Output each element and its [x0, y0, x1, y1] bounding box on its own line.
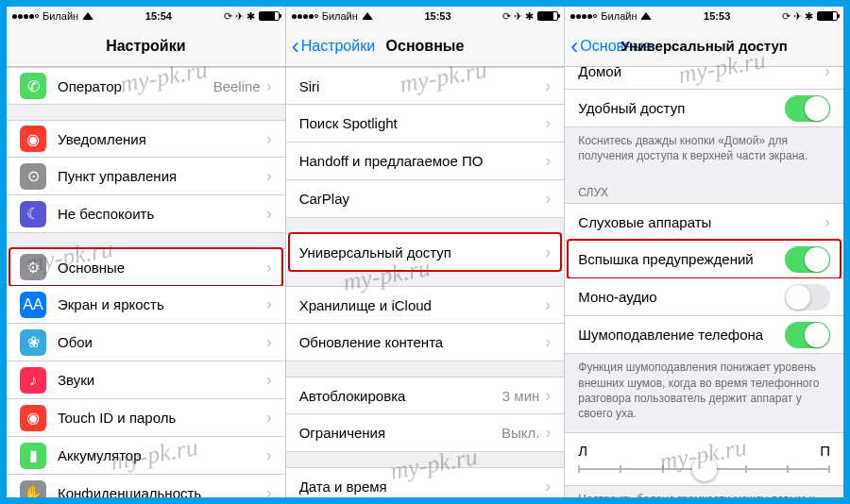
- status-time: 15:53: [373, 10, 502, 22]
- cell-detail: Выкл.: [502, 425, 539, 441]
- chevron-right-icon: ›: [545, 477, 551, 496]
- cell-detail: 3 мин: [502, 388, 540, 404]
- cell-label: Конфиденциальность: [58, 485, 261, 497]
- noise-cancel-toggle[interactable]: [785, 322, 830, 348]
- cell-label: Аккумулятор: [58, 447, 261, 463]
- status-bar: Билайн 15:53 ⟳ ✈︎ ✱: [286, 7, 565, 25]
- row-основные[interactable]: ⚙Основные›: [7, 248, 285, 286]
- chevron-right-icon: ›: [545, 243, 551, 262]
- row-конфиденциальность[interactable]: ✋Конфиденциальность›: [7, 475, 285, 497]
- chevron-right-icon: ›: [266, 258, 272, 277]
- chevron-right-icon: ›: [266, 204, 272, 224]
- hearing-header: СЛУХ: [565, 175, 843, 203]
- row-обновление-контента[interactable]: Обновление контента›: [286, 324, 565, 361]
- cell-label: Не беспокоить: [58, 206, 261, 222]
- row-не-беспокоить[interactable]: ☾Не беспокоить›: [7, 195, 285, 233]
- display-icon: AA: [20, 292, 46, 318]
- chevron-right-icon: ›: [545, 295, 551, 315]
- sound-icon: ♪: [20, 367, 46, 394]
- cell-label: Дата и время: [299, 479, 540, 495]
- cell-label: Пункт управления: [58, 168, 261, 184]
- touch-icon: ◉: [20, 405, 46, 431]
- priv-icon: ✋: [20, 480, 46, 498]
- row-поиск-spotlight[interactable]: Поиск Spotlight›: [286, 105, 565, 143]
- mono-audio-toggle[interactable]: [785, 284, 830, 311]
- cell-label: CarPlay: [299, 191, 540, 207]
- back-button[interactable]: ‹Настройки: [286, 35, 375, 58]
- chevron-right-icon: ›: [266, 129, 272, 149]
- row-noise-cancel[interactable]: Шумоподавление телефона: [565, 316, 843, 354]
- status-time: 15:54: [94, 10, 223, 22]
- phone-icon: ✆: [20, 73, 46, 99]
- chevron-right-icon: ›: [266, 483, 272, 497]
- wifi-icon: [82, 12, 94, 20]
- row-дата-и-время[interactable]: Дата и время›: [286, 467, 565, 497]
- row-универсальный-доступ[interactable]: Универсальный доступ›: [286, 233, 565, 271]
- easy-access-footer: Коснитесь дважды кнопки «Домой» для полу…: [565, 127, 843, 175]
- chevron-right-icon: ›: [266, 445, 272, 465]
- status-bar: Билайн 15:54 ⟳ ✈︎ ✱: [7, 7, 285, 25]
- general-icon: ⚙: [20, 254, 46, 280]
- chevron-right-icon: ›: [266, 370, 272, 390]
- batt-icon: ▮: [20, 443, 46, 469]
- cell-label: Siri: [299, 78, 540, 94]
- row-аккумулятор[interactable]: ▮Аккумулятор›: [7, 437, 285, 475]
- chevron-right-icon: ›: [824, 67, 830, 81]
- chevron-right-icon: ›: [266, 332, 272, 352]
- cell-label: Ограничения: [299, 425, 502, 441]
- nav-bar: ‹Настройки Основные: [286, 25, 565, 67]
- flash-alerts-toggle[interactable]: [785, 246, 830, 273]
- noise-footer: Функция шумоподавления понижает уровень …: [565, 354, 843, 432]
- chevron-right-icon: ›: [824, 212, 830, 232]
- row-handoff-и-предлагаемое-по[interactable]: Handoff и предлагаемое ПО›: [286, 143, 565, 180]
- row-domoi[interactable]: Домой›: [565, 67, 843, 90]
- row-обои[interactable]: ❀Обои›: [7, 324, 285, 361]
- status-time: 15:53: [652, 10, 781, 22]
- row-ограничения[interactable]: ОграниченияВыкл.›: [286, 414, 565, 452]
- cell-detail: Beeline: [213, 78, 261, 94]
- row-экран-и-яркость[interactable]: AAЭкран и яркость›: [7, 286, 285, 324]
- row-carplay[interactable]: CarPlay›: [286, 180, 565, 218]
- row-touch-id-и-пароль[interactable]: ◉Touch ID и пароль›: [7, 399, 285, 437]
- row-mono-audio[interactable]: Моно-аудио: [565, 278, 843, 316]
- chevron-left-icon: ‹: [292, 35, 299, 58]
- nav-bar: Настройки: [7, 25, 285, 67]
- balance-slider-row: ЛП: [565, 432, 843, 486]
- chevron-right-icon: ›: [266, 166, 272, 186]
- balance-slider[interactable]: [578, 468, 830, 470]
- cell-label: Оператор: [58, 78, 213, 94]
- notif-icon: ◉: [20, 126, 46, 152]
- cell-label: Экран и яркость: [58, 296, 261, 312]
- row-оператор[interactable]: ✆ОператорBeeline›: [7, 67, 285, 105]
- row-уведомления[interactable]: ◉Уведомления›: [7, 120, 285, 158]
- easy-access-toggle[interactable]: [785, 95, 830, 122]
- row-автоблокировка[interactable]: Автоблокировка3 мин›: [286, 377, 565, 414]
- row-hearing-aids[interactable]: Слуховые аппараты›: [565, 203, 843, 241]
- row-пункт-управления[interactable]: ⊙Пункт управления›: [7, 158, 285, 195]
- cell-label: Хранилище и iCloud: [299, 297, 540, 313]
- settings-pane: Билайн 15:54 ⟳ ✈︎ ✱ Настройки ✆ОператорB…: [7, 7, 286, 497]
- battery-icon: [259, 11, 280, 21]
- cell-label: Обои: [58, 334, 261, 350]
- chevron-right-icon: ›: [545, 76, 551, 96]
- cell-label: Универсальный доступ: [299, 244, 540, 260]
- nav-bar: ‹Основные Универсальный доступ: [565, 25, 843, 67]
- chevron-right-icon: ›: [545, 332, 551, 352]
- cell-label: Handoff и предлагаемое ПО: [299, 153, 540, 169]
- row-звуки[interactable]: ♪Звуки›: [7, 361, 285, 399]
- back-button[interactable]: ‹Основные: [565, 35, 652, 58]
- balance-footer: Настроить баланс громкости между левым и…: [565, 486, 843, 497]
- balance-right-label: П: [820, 443, 830, 459]
- accessibility-pane: Билайн 15:53 ⟳ ✈︎ ✱ ‹Основные Универсаль…: [565, 7, 843, 497]
- row-easy-access[interactable]: Удобный доступ: [565, 90, 843, 127]
- status-bar: Билайн 15:53 ⟳ ✈︎ ✱: [565, 7, 843, 25]
- slider-knob[interactable]: [692, 457, 717, 481]
- row-siri[interactable]: Siri›: [286, 67, 565, 105]
- cell-label: Звуки: [58, 372, 261, 388]
- row-flash-alerts[interactable]: Вспышка предупреждений: [565, 241, 843, 278]
- chevron-right-icon: ›: [266, 408, 272, 428]
- row-хранилище-и-icloud[interactable]: Хранилище и iCloud›: [286, 286, 565, 324]
- chevron-right-icon: ›: [545, 189, 551, 209]
- general-pane: Билайн 15:53 ⟳ ✈︎ ✱ ‹Настройки Основные …: [286, 7, 566, 497]
- cell-label: Touch ID и пароль: [58, 410, 261, 426]
